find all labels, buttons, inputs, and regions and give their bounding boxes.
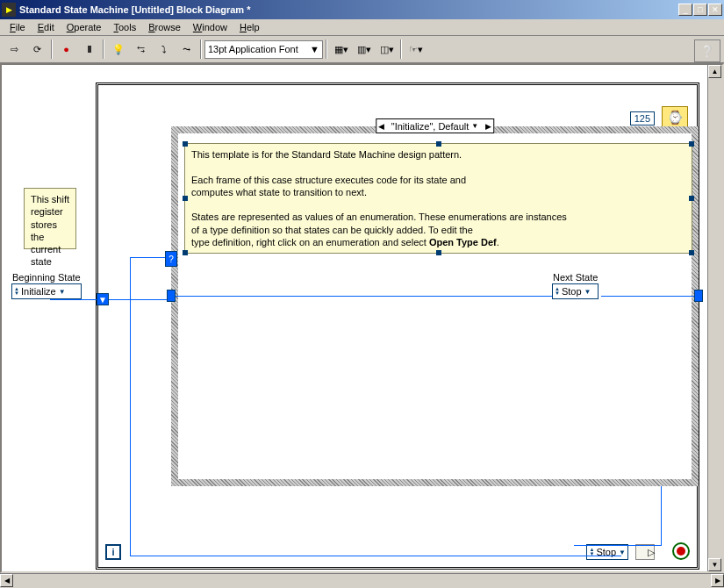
beginning-state-control[interactable]: Beginning State ▲▼Initialize▼ <box>11 272 82 299</box>
block-diagram-canvas[interactable]: 125 ⌚ ▼ ▲ i ▲▼Stop▼ ▷ This shift regi <box>2 65 707 571</box>
font-selector-value: 13pt Application Font <box>208 44 298 54</box>
menu-window[interactable]: Window <box>187 20 233 34</box>
scroll-right-button[interactable]: ▶ <box>711 574 724 587</box>
shift-register-note[interactable]: This shift register stores the current s… <box>24 188 76 249</box>
next-state-label: Next State <box>552 272 599 283</box>
wire <box>50 299 97 300</box>
shift-register-left[interactable]: ▼ <box>97 293 109 305</box>
scroll-down-button[interactable]: ▼ <box>708 558 721 571</box>
wire <box>176 296 562 297</box>
vertical-scrollbar[interactable]: ▲ ▼ <box>707 65 722 571</box>
scroll-up-button[interactable]: ▲ <box>708 65 721 78</box>
wait-ms-constant[interactable]: 125 <box>630 111 655 125</box>
reorder-button[interactable]: ☞▾ <box>405 39 427 60</box>
highlight-exec-button[interactable]: 💡 <box>107 39 129 60</box>
menu-operate[interactable]: Operate <box>61 20 108 34</box>
run-button[interactable]: ⇨ <box>4 39 25 60</box>
menu-bar: File Edit Operate Tools Browse Window He… <box>0 19 724 36</box>
step-over-button[interactable]: ⤳ <box>176 39 197 60</box>
toolbar: ⇨ ⟳ ● II 💡 ⥃ ⤵ ⤳ 13pt Application Font ▼… <box>0 36 724 63</box>
menu-tools[interactable]: Tools <box>107 20 142 34</box>
horizontal-scrollbar[interactable]: ◀ ▶ <box>0 573 724 588</box>
maximize-button[interactable]: □ <box>693 4 707 16</box>
case-prev-icon[interactable]: ◀ <box>376 122 386 131</box>
wire <box>130 556 621 556</box>
wire <box>574 545 662 546</box>
wire <box>130 299 131 556</box>
abort-button[interactable]: ● <box>55 39 77 60</box>
retain-wire-button[interactable]: ⥃ <box>130 39 152 60</box>
distribute-button[interactable]: ▥▾ <box>353 39 375 60</box>
case-tunnel-right[interactable] <box>694 290 703 302</box>
title-bar: ▶ Standard State Machine [Untitled] Bloc… <box>0 0 724 19</box>
conditional-terminal[interactable] <box>672 542 690 560</box>
case-selector-terminal[interactable]: ? <box>165 251 177 267</box>
case-structure[interactable]: ◀ "Initialize", Default ▼ ▶ This templat… <box>171 126 699 486</box>
close-button[interactable]: ✕ <box>708 4 722 16</box>
resize-button[interactable]: ◫▾ <box>376 39 398 60</box>
iteration-terminal[interactable]: i <box>105 544 121 560</box>
menu-file[interactable]: File <box>4 20 32 34</box>
menu-edit[interactable]: Edit <box>32 20 61 34</box>
font-selector[interactable]: 13pt Application Font ▼ <box>204 40 323 59</box>
case-selector[interactable]: ◀ "Initialize", Default ▼ ▶ <box>376 118 495 133</box>
scroll-left-button[interactable]: ◀ <box>0 574 13 587</box>
step-into-button[interactable]: ⤵ <box>153 39 175 60</box>
next-state-control[interactable]: Next State ▲▼Stop▼ <box>552 272 599 299</box>
menu-browse[interactable]: Browse <box>142 20 187 34</box>
menu-help[interactable]: Help <box>233 20 266 34</box>
wire <box>601 296 694 297</box>
dropdown-icon: ▼ <box>310 44 319 54</box>
case-description-note[interactable]: This template is for the Standard State … <box>184 143 692 254</box>
wire <box>109 299 174 300</box>
align-button[interactable]: ▦▾ <box>330 39 352 60</box>
wire <box>130 257 131 299</box>
case-next-icon[interactable]: ▶ <box>484 122 493 131</box>
context-help-icon[interactable]: ❔ <box>694 39 720 62</box>
minimize-button[interactable]: _ <box>678 4 692 16</box>
pause-button[interactable]: II <box>78 39 100 60</box>
app-icon: ▶ <box>2 3 16 17</box>
equal-node[interactable]: ▷ <box>635 544 655 560</box>
beginning-state-label: Beginning State <box>11 272 82 283</box>
window-title: Standard State Machine [Untitled] Block … <box>19 4 678 15</box>
run-continuous-button[interactable]: ⟳ <box>26 39 48 60</box>
case-tunnel-left[interactable] <box>167 290 176 302</box>
